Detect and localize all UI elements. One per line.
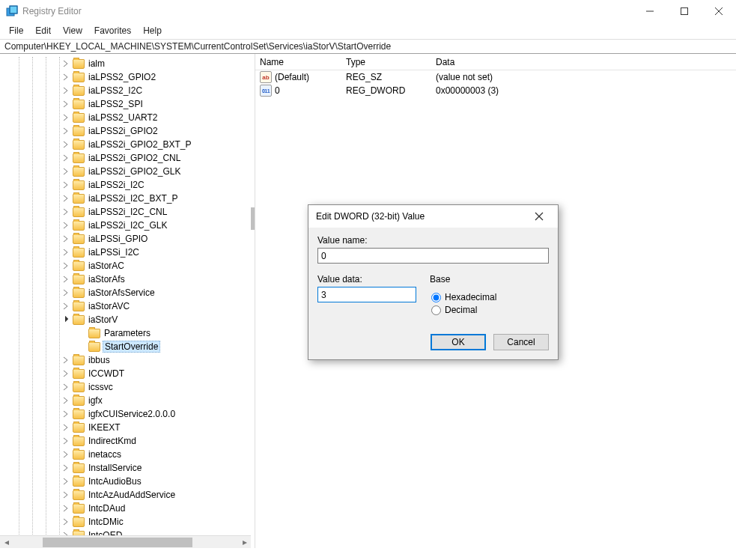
- value-data-input[interactable]: [317, 287, 416, 302]
- tree-item[interactable]: inetaccs: [0, 448, 251, 461]
- tree-item[interactable]: iaLPSS2i_I2C_GLK: [0, 219, 251, 232]
- menu-edit[interactable]: Edit: [29, 24, 57, 37]
- menu-file[interactable]: File: [3, 24, 29, 37]
- expander-icon[interactable]: [61, 504, 70, 513]
- tree-item[interactable]: iaLPSSi_GPIO: [0, 232, 251, 246]
- tree-item[interactable]: iaLPSS2_I2C: [0, 84, 251, 97]
- expander-icon[interactable]: [61, 436, 70, 445]
- tree-item[interactable]: iaLPSS2i_GPIO2_BXT_P: [0, 138, 251, 151]
- tree-item[interactable]: iaLPSS2i_I2C_BXT_P: [0, 192, 251, 205]
- scroll-left-button[interactable]: ◂: [0, 536, 13, 549]
- tree-item-label: ICCWDT: [87, 368, 126, 379]
- expander-icon[interactable]: [61, 410, 70, 419]
- expander-icon[interactable]: [61, 477, 70, 486]
- tree-item[interactable]: IKEEXT: [0, 421, 251, 434]
- tree-item[interactable]: iaLPSS2i_GPIO2: [0, 124, 251, 138]
- tree-item[interactable]: Parameters: [0, 326, 251, 340]
- expander-icon[interactable]: [61, 167, 70, 176]
- expander-icon[interactable]: [61, 73, 70, 82]
- tree-item[interactable]: iaLPSS2i_GPIO2_GLK: [0, 165, 251, 178]
- expander-icon[interactable]: [61, 180, 70, 189]
- list-row[interactable]: ab(Default)REG_SZ(value not set): [255, 70, 736, 84]
- expander-icon[interactable]: [61, 127, 70, 136]
- expander-icon[interactable]: [61, 517, 70, 526]
- tree-horizontal-scrollbar[interactable]: ◂ ▸: [0, 535, 251, 548]
- expander-icon[interactable]: [61, 86, 70, 95]
- column-type[interactable]: Type: [341, 55, 431, 69]
- tree-pane[interactable]: ialmiaLPSS2_GPIO2iaLPSS2_I2CiaLPSS2_SPIi…: [0, 54, 251, 548]
- minimize-button[interactable]: [633, 0, 667, 22]
- tree-item[interactable]: InstallService: [0, 461, 251, 475]
- tree-item[interactable]: ibbus: [0, 353, 251, 367]
- tree-item[interactable]: IntcDAud: [0, 502, 251, 515]
- cancel-button[interactable]: Cancel: [493, 334, 549, 350]
- expander-icon[interactable]: [61, 153, 70, 162]
- tree-item[interactable]: igfxCUIService2.0.0.0: [0, 407, 251, 421]
- tree-item[interactable]: iaLPSS2_UART2: [0, 111, 251, 124]
- tree-item[interactable]: iaStorAC: [0, 259, 251, 273]
- menu-help[interactable]: Help: [137, 24, 168, 37]
- ok-button[interactable]: OK: [431, 334, 486, 350]
- expander-icon[interactable]: [61, 194, 70, 203]
- expander-icon[interactable]: [61, 369, 70, 378]
- expander-icon[interactable]: [61, 396, 70, 405]
- column-data[interactable]: Data: [431, 55, 736, 69]
- expander-icon[interactable]: [61, 140, 70, 149]
- expander-icon[interactable]: [61, 234, 70, 243]
- expander-icon[interactable]: [61, 356, 70, 365]
- tree-item[interactable]: iaLPSS2i_I2C_CNL: [0, 205, 251, 219]
- tree-item[interactable]: iaLPSS2i_GPIO2_CNL: [0, 151, 251, 165]
- expander-icon[interactable]: [61, 423, 70, 432]
- tree-item[interactable]: icssvc: [0, 380, 251, 394]
- tree-item[interactable]: IntcAudioBus: [0, 475, 251, 488]
- tree-item[interactable]: iaLPSSi_I2C: [0, 246, 251, 259]
- column-name[interactable]: Name: [255, 55, 341, 69]
- tree-item[interactable]: igfx: [0, 394, 251, 407]
- address-bar[interactable]: Computer\HKEY_LOCAL_MACHINE\SYSTEM\Curre…: [0, 39, 736, 54]
- tree-item[interactable]: IndirectKmd: [0, 434, 251, 448]
- expander-icon[interactable]: [61, 100, 70, 109]
- tree-item[interactable]: ICCWDT: [0, 367, 251, 380]
- expander-icon[interactable]: [61, 261, 70, 270]
- expander-icon[interactable]: [61, 490, 70, 499]
- menu-favorites[interactable]: Favorites: [88, 24, 137, 37]
- radio-hexadecimal-input[interactable]: [431, 293, 441, 302]
- dialog-title-bar[interactable]: Edit DWORD (32-bit) Value: [308, 205, 558, 228]
- tree-item[interactable]: iaStorAfsService: [0, 286, 251, 299]
- tree-item[interactable]: iaLPSS2_GPIO2: [0, 70, 251, 84]
- tree-item[interactable]: iaStorAfs: [0, 273, 251, 286]
- menu-view[interactable]: View: [57, 24, 88, 37]
- expander-icon[interactable]: [61, 383, 70, 392]
- expander-icon[interactable]: [61, 113, 70, 122]
- expander-icon[interactable]: [61, 463, 70, 472]
- maximize-button[interactable]: [667, 0, 702, 22]
- tree-item[interactable]: IntcAzAudAddService: [0, 488, 251, 502]
- expander-icon[interactable]: [61, 275, 70, 284]
- expander-icon[interactable]: [61, 221, 70, 230]
- radio-decimal[interactable]: Decimal: [431, 305, 549, 315]
- scroll-right-button[interactable]: ▸: [238, 536, 251, 549]
- scroll-thumb[interactable]: [43, 538, 192, 547]
- tree-item[interactable]: iaStorV: [0, 313, 251, 326]
- expander-icon[interactable]: [61, 207, 70, 216]
- expander-icon[interactable]: [61, 248, 70, 257]
- tree-item[interactable]: StartOverride: [0, 340, 251, 353]
- expander-icon[interactable]: [61, 450, 70, 459]
- dialog-close-button[interactable]: [528, 205, 550, 228]
- pane-splitter[interactable]: [251, 54, 255, 548]
- expander-icon[interactable]: [61, 59, 70, 68]
- tree-item[interactable]: iaLPSS2i_I2C: [0, 178, 251, 192]
- tree-item[interactable]: iaLPSS2_SPI: [0, 97, 251, 111]
- list-row[interactable]: 0110REG_DWORD0x00000003 (3): [255, 84, 736, 97]
- expander-icon[interactable]: [61, 288, 70, 297]
- tree-item-label: iaStorV: [87, 314, 119, 325]
- expander-icon[interactable]: [61, 315, 70, 324]
- value-name-input[interactable]: [317, 248, 549, 264]
- tree-item[interactable]: iaStorAVC: [0, 299, 251, 313]
- expander-icon[interactable]: [61, 302, 70, 311]
- tree-item[interactable]: IntcDMic: [0, 515, 251, 529]
- radio-hexadecimal[interactable]: Hexadecimal: [431, 292, 549, 302]
- radio-decimal-input[interactable]: [431, 305, 441, 315]
- tree-item[interactable]: ialm: [0, 57, 251, 70]
- close-button[interactable]: [702, 0, 736, 22]
